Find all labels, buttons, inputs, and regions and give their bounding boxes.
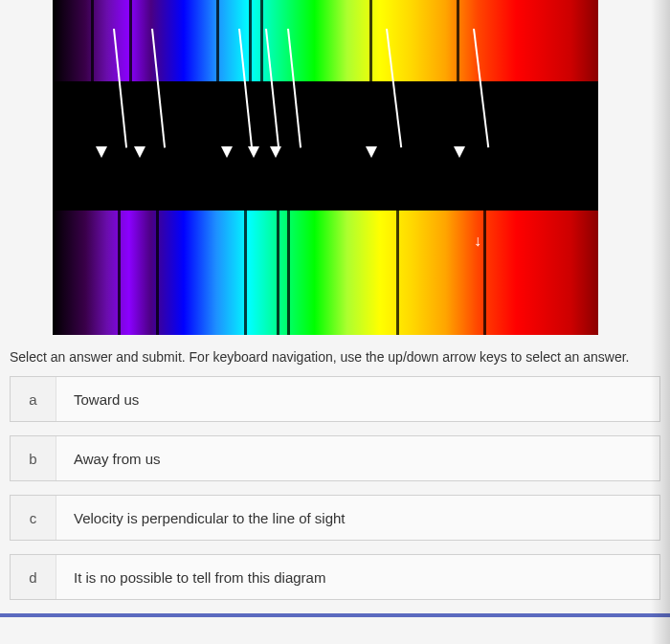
answer-text: Toward us — [56, 377, 659, 421]
answer-option-d[interactable]: d It is no possible to tell from this di… — [10, 554, 660, 600]
answer-text: It is no possible to tell from this diag… — [56, 555, 659, 599]
answer-text: Away from us — [56, 436, 659, 480]
progress-bar — [0, 613, 670, 617]
instructions-text: Select an answer and submit. For keyboar… — [0, 335, 670, 376]
answer-option-c[interactable]: c Velocity is perpendicular to the line … — [10, 495, 660, 541]
spectrum-gap — [53, 81, 598, 182]
answer-letter: a — [11, 377, 56, 421]
spectrum-reference — [53, 0, 598, 81]
answer-letter: d — [11, 555, 56, 599]
answer-option-b[interactable]: b Away from us — [10, 435, 660, 481]
spectrum-diagram: ↓ — [53, 0, 598, 335]
answer-letter: c — [11, 496, 56, 540]
spectrum-observed — [53, 211, 598, 335]
answer-text: Velocity is perpendicular to the line of… — [56, 496, 659, 540]
answer-list: a Toward us b Away from us c Velocity is… — [0, 376, 670, 600]
answer-option-a[interactable]: a Toward us — [10, 376, 660, 422]
answer-letter: b — [11, 436, 56, 480]
